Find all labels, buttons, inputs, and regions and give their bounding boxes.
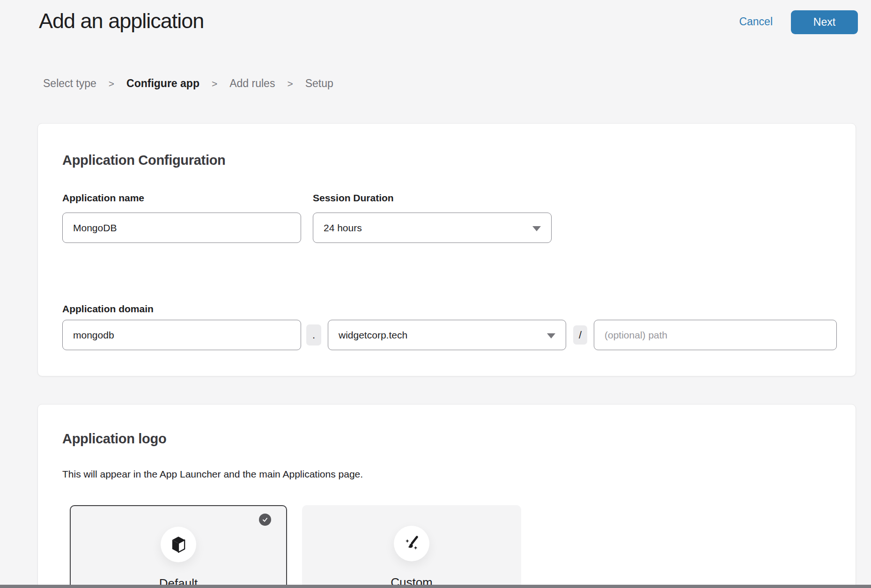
paintbrush-icon <box>403 535 421 552</box>
slash-separator: / <box>573 325 587 345</box>
application-name-label: Application name <box>62 192 144 204</box>
application-logo-card: Application logo This will appear in the… <box>37 404 856 588</box>
logo-heading: Application logo <box>62 431 166 447</box>
logo-option-custom[interactable]: Custom <box>302 505 521 588</box>
session-duration-value: 24 hours <box>324 222 362 234</box>
cancel-button[interactable]: Cancel <box>739 15 773 28</box>
application-domain-label: Application domain <box>62 303 154 315</box>
session-duration-label: Session Duration <box>313 192 394 204</box>
wizard-steps: Select type > Configure app > Add rules … <box>43 77 333 90</box>
breadcrumb-separator: > <box>212 78 217 89</box>
dot-separator: . <box>306 324 321 345</box>
step-add-rules[interactable]: Add rules <box>229 77 275 90</box>
breadcrumb-separator: > <box>109 78 114 89</box>
cube-icon <box>170 536 187 553</box>
page-title: Add an application <box>39 9 204 33</box>
horizontal-scrollbar[interactable] <box>0 585 871 588</box>
next-button[interactable]: Next <box>791 10 858 34</box>
logo-description: This will appear in the App Launcher and… <box>62 469 363 480</box>
step-setup[interactable]: Setup <box>305 77 333 90</box>
breadcrumb-separator: > <box>287 78 293 89</box>
selected-check-icon <box>259 514 271 526</box>
path-input[interactable] <box>594 320 837 350</box>
chevron-down-icon <box>547 333 555 338</box>
domain-select[interactable]: widgetcorp.tech <box>328 320 566 350</box>
subdomain-input[interactable] <box>62 320 301 350</box>
session-duration-select[interactable]: 24 hours <box>313 213 552 243</box>
default-logo-circle <box>161 527 196 562</box>
logo-option-default[interactable]: Default <box>70 505 287 588</box>
add-application-page: Add an application Cancel Next Select ty… <box>0 0 871 588</box>
application-configuration-card: Application Configuration Application na… <box>37 123 856 376</box>
step-configure-app[interactable]: Configure app <box>126 77 199 90</box>
step-select-type[interactable]: Select type <box>43 77 96 90</box>
application-name-input[interactable] <box>62 213 301 243</box>
domain-select-value: widgetcorp.tech <box>339 330 407 341</box>
custom-logo-circle <box>394 526 429 561</box>
configuration-heading: Application Configuration <box>62 153 226 168</box>
chevron-down-icon <box>532 226 541 231</box>
